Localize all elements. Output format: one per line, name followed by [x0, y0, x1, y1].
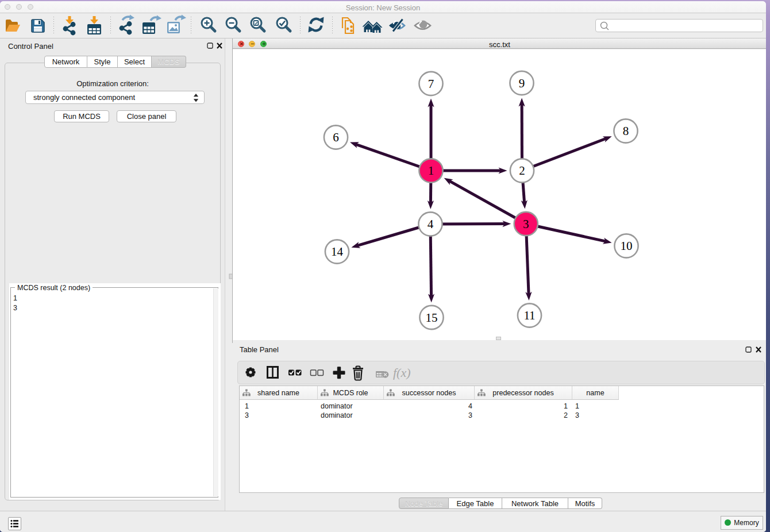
svg-text:8: 8: [623, 124, 629, 138]
svg-text:14: 14: [331, 245, 344, 259]
svg-text:15: 15: [426, 311, 438, 325]
svg-text:4: 4: [428, 217, 434, 231]
svg-text:10: 10: [621, 239, 633, 253]
svg-text:3: 3: [523, 217, 529, 231]
svg-text:2: 2: [519, 164, 525, 178]
svg-text:7: 7: [428, 77, 434, 91]
svg-text:f(x): f(x): [393, 365, 411, 380]
svg-text:11: 11: [523, 309, 535, 322]
svg-text:1: 1: [428, 164, 434, 178]
svg-text:9: 9: [519, 76, 525, 90]
svg-text:6: 6: [333, 130, 339, 144]
